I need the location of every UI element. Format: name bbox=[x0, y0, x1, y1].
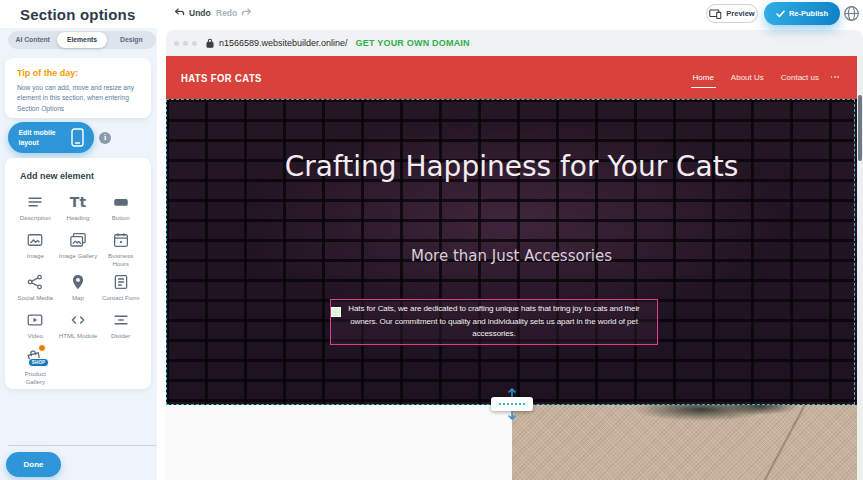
topbar: Section options Undo Redo Preview Re-Pub… bbox=[0, 0, 863, 28]
html-module-icon bbox=[68, 310, 88, 330]
site-url[interactable]: n1566589.websitebuilder.online/ bbox=[219, 38, 348, 48]
resize-grip-dots bbox=[499, 403, 525, 405]
hero-textbox[interactable]: Hats for Cats, we are dedicated to craft… bbox=[330, 299, 658, 345]
element-social-media[interactable]: Social Media bbox=[14, 270, 57, 307]
add-element-title: Add new element bbox=[20, 171, 142, 181]
preview-label: Preview bbox=[726, 9, 754, 18]
divider-icon bbox=[111, 310, 131, 330]
add-element-panel: Add new element Description Tt Heading bbox=[5, 158, 151, 389]
element-divider[interactable]: Divider bbox=[99, 308, 142, 345]
next-section-cat-image[interactable] bbox=[512, 405, 857, 480]
social-media-icon bbox=[25, 272, 45, 292]
get-domain-link[interactable]: GET YOUR OWN DOMAIN bbox=[356, 38, 470, 48]
image-icon bbox=[25, 230, 45, 250]
lock-icon bbox=[206, 38, 214, 48]
element-button[interactable]: Button bbox=[99, 190, 142, 227]
arrow-up-icon bbox=[507, 388, 517, 397]
element-map[interactable]: Map bbox=[57, 270, 100, 307]
preview-button[interactable]: Preview bbox=[706, 4, 758, 23]
undo-label: Undo bbox=[189, 8, 211, 18]
resize-pill[interactable] bbox=[491, 397, 533, 411]
undo-button[interactable]: Undo bbox=[174, 7, 211, 18]
arrow-down-icon bbox=[507, 411, 517, 420]
tip-title: Tip of the day: bbox=[17, 68, 139, 78]
devices-icon bbox=[709, 9, 722, 19]
map-icon bbox=[68, 272, 88, 292]
contact-form-icon bbox=[111, 272, 131, 292]
new-badge-dot bbox=[38, 344, 46, 352]
hero-subtitle[interactable]: More than Just Accessories bbox=[166, 247, 857, 265]
scrollbar-thumb[interactable] bbox=[858, 95, 862, 161]
app-window: Section options Undo Redo Preview Re-Pub… bbox=[0, 0, 863, 480]
tab-design[interactable]: Design bbox=[107, 31, 156, 49]
shop-badge: SHOP bbox=[28, 358, 50, 367]
redo-button[interactable]: Redo bbox=[216, 7, 252, 18]
image-gallery-icon bbox=[68, 230, 88, 250]
redo-label: Redo bbox=[216, 8, 237, 18]
tab-elements[interactable]: Elements bbox=[57, 32, 106, 48]
business-hours-icon bbox=[111, 230, 131, 250]
element-contact-form[interactable]: Contact Form bbox=[99, 270, 142, 307]
check-icon bbox=[776, 10, 785, 18]
element-image-gallery[interactable]: Image Gallery bbox=[57, 228, 100, 269]
nav-home[interactable]: Home bbox=[693, 69, 714, 86]
tab-ai-content[interactable]: AI Content bbox=[8, 31, 57, 49]
element-video[interactable]: Video bbox=[14, 308, 57, 345]
next-section-background bbox=[166, 405, 512, 480]
description-icon bbox=[25, 192, 45, 212]
button-icon bbox=[111, 192, 131, 212]
video-icon bbox=[25, 310, 45, 330]
sidebar: AI Content Elements Design Tip of the da… bbox=[0, 28, 157, 480]
site-nav: Home About Us Contact us bbox=[693, 56, 820, 99]
preview-scrollbar[interactable] bbox=[857, 56, 863, 480]
info-icon[interactable]: i bbox=[99, 132, 111, 144]
site-header: HATS FOR CATS Home About Us Contact us bbox=[166, 56, 857, 99]
section-resize-handle[interactable] bbox=[489, 388, 535, 422]
sidebar-tabs: AI Content Elements Design bbox=[8, 31, 156, 49]
republish-button[interactable]: Re-Publish bbox=[764, 2, 840, 25]
site-logo[interactable]: HATS FOR CATS bbox=[181, 71, 262, 84]
window-dots-icon bbox=[174, 41, 197, 46]
edit-mobile-label: Edit mobile layout bbox=[19, 128, 65, 147]
page-title: Section options bbox=[20, 6, 136, 23]
tip-body: Now you can add, move and resize any ele… bbox=[17, 83, 139, 114]
done-button[interactable]: Done bbox=[6, 452, 61, 477]
hero-title[interactable]: Crafting Happiness for Your Cats bbox=[166, 147, 857, 188]
browser-bar: n1566589.websitebuilder.online/ GET YOUR… bbox=[166, 30, 863, 56]
nav-contact-us[interactable]: Contact us bbox=[781, 69, 819, 86]
element-product-gallery[interactable]: SHOP Product Gallery bbox=[14, 346, 57, 387]
edit-mobile-layout-button[interactable]: Edit mobile layout bbox=[8, 122, 94, 153]
tip-of-the-day-card: Tip of the day: Now you can add, move an… bbox=[5, 58, 151, 118]
nav-about-us[interactable]: About Us bbox=[731, 69, 764, 86]
sidebar-divider bbox=[8, 445, 156, 446]
redo-icon bbox=[241, 7, 252, 18]
textbox-drag-handle[interactable] bbox=[331, 307, 341, 317]
element-grid: Description Tt Heading Button Ima bbox=[14, 190, 142, 386]
element-business-hours[interactable]: Business Hours bbox=[99, 228, 142, 269]
element-html-module[interactable]: HTML Module bbox=[57, 308, 100, 345]
hero-paragraph: Hats for Cats, we are dedicated to craft… bbox=[339, 303, 649, 341]
element-image[interactable]: Image bbox=[14, 228, 57, 269]
heading-icon: Tt bbox=[68, 192, 88, 212]
republish-label: Re-Publish bbox=[789, 9, 828, 18]
nav-more-icon[interactable] bbox=[831, 76, 839, 78]
product-gallery-icon: SHOP bbox=[25, 348, 45, 368]
element-description[interactable]: Description bbox=[14, 190, 57, 227]
hero-section[interactable]: Crafting Happiness for Your Cats More th… bbox=[166, 99, 857, 405]
element-heading[interactable]: Tt Heading bbox=[57, 190, 100, 227]
phone-icon bbox=[71, 128, 84, 147]
globe-icon[interactable] bbox=[843, 5, 860, 22]
undo-icon bbox=[174, 7, 185, 18]
